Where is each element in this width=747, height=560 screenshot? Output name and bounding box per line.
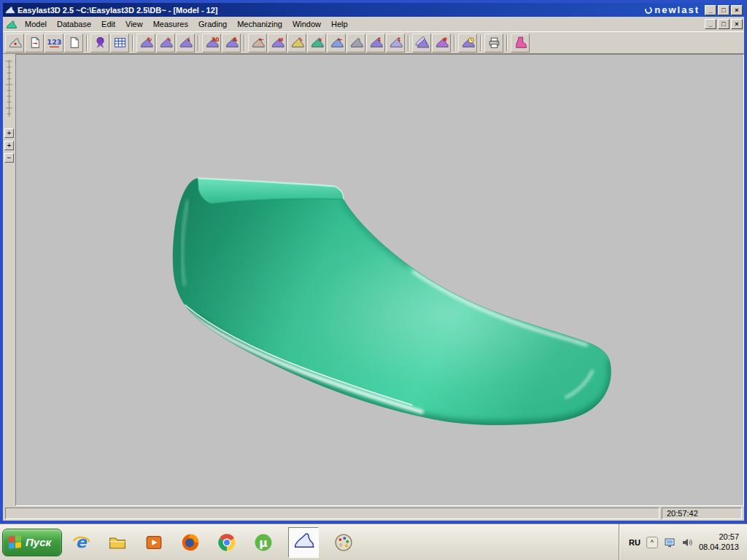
import-model-button[interactable]: → (25, 34, 44, 52)
shoe-last-3d-model[interactable] (16, 55, 743, 505)
menu-window[interactable]: Window (287, 18, 326, 31)
svg-text:←: ← (258, 36, 263, 43)
file-explorer-button[interactable] (106, 531, 129, 554)
last-adjust-icon: ↕ (389, 36, 403, 50)
language-indicator[interactable]: RU (629, 538, 640, 547)
tray-date: 08.04.2013 (699, 542, 739, 553)
toolbar-separator (86, 35, 88, 51)
last-height-button[interactable]: ↕ (366, 34, 385, 52)
svg-text:A: A (233, 36, 238, 43)
compare-lasts-icon (415, 36, 429, 50)
network-icon[interactable] (664, 537, 676, 548)
maximize-button[interactable]: □ (718, 5, 729, 15)
taskbar: Пуск eµ RU ^ 20:57 08.04.2013 (0, 524, 747, 560)
zoom-slider[interactable] (5, 58, 13, 118)
mdi-minimize-button[interactable]: _ (705, 19, 716, 29)
menu-view[interactable]: View (120, 18, 148, 31)
app-icon (4, 4, 15, 15)
internet-explorer-button[interactable]: e (69, 531, 93, 554)
last-lower-button[interactable]: ↓ (176, 34, 195, 52)
svg-text:✎: ✎ (298, 36, 303, 43)
last-remove-button[interactable]: × (307, 34, 326, 52)
last-info-button[interactable] (511, 34, 530, 52)
svg-text:↕: ↕ (376, 36, 382, 43)
last-shift-button[interactable]: ← (327, 34, 346, 52)
zoom-in-2-button[interactable]: + (4, 141, 14, 150)
menu-help[interactable]: Help (326, 18, 353, 31)
foot-measure-button[interactable]: ← (248, 34, 267, 52)
mdi-close-button[interactable]: × (731, 19, 743, 29)
easylast-app-button[interactable] (288, 527, 319, 558)
svg-text:×: × (317, 36, 322, 43)
paint-palette-icon (334, 533, 353, 552)
zoom-in-1-button[interactable]: + (4, 128, 14, 138)
menu-grading[interactable]: Grading (193, 18, 232, 31)
menu-model[interactable]: Model (20, 18, 52, 31)
compass-measure-button[interactable]: A (222, 34, 241, 52)
last-edit-button[interactable]: ✎ (156, 34, 175, 52)
last-net-icon: # (435, 36, 449, 50)
newlast-logo: newlast (645, 4, 703, 15)
firefox-button[interactable] (179, 531, 202, 554)
newlast-brand-text: newlast (654, 4, 700, 15)
paint-palette-button[interactable] (332, 531, 355, 554)
last-top-view-button[interactable] (5, 34, 24, 52)
last-stretch-button[interactable]: ⇄ (268, 34, 287, 52)
status-bar: 20:57:42 (3, 506, 744, 521)
export-page-button[interactable] (64, 34, 83, 52)
svg-text:↓: ↓ (186, 36, 191, 43)
chrome-icon (217, 533, 236, 552)
svg-text:↕: ↕ (396, 36, 401, 43)
tray-chevron-button[interactable]: ^ (646, 537, 658, 548)
last-mark-button[interactable]: ✎ (287, 34, 306, 52)
last-stretch-icon: ⇄ (271, 36, 285, 50)
zoom-out-button[interactable]: − (4, 153, 14, 163)
last-zoom-time-button[interactable] (458, 34, 477, 52)
title-bar[interactable]: Easylast3D 2.5 ~C:\Easylast3D 2.5\DB~ - … (3, 3, 744, 17)
print-button[interactable] (484, 34, 503, 52)
mdi-restore-button[interactable]: □ (718, 19, 729, 29)
last-copy-icon (349, 36, 363, 50)
toolbar-separator (506, 35, 508, 51)
last-rotate-button[interactable]: ↻ (136, 34, 155, 52)
media-player-button[interactable] (142, 531, 166, 554)
size-table-button[interactable] (110, 34, 129, 52)
model-canvas[interactable] (15, 54, 744, 506)
toolbar-separator (198, 35, 199, 51)
svg-text:✎: ✎ (166, 36, 171, 43)
tray-clock[interactable]: 20:57 08.04.2013 (699, 532, 739, 553)
compare-lasts-button[interactable] (412, 34, 431, 52)
last-remove-icon: × (310, 36, 324, 50)
angle-30-button[interactable]: 30 (202, 34, 221, 52)
close-button[interactable]: × (731, 5, 743, 15)
newlast-ring-icon (644, 5, 654, 15)
last-copy-button[interactable] (347, 34, 365, 52)
start-button[interactable]: Пуск (2, 529, 62, 556)
menu-mechanizing[interactable]: Mechanizing (232, 18, 287, 31)
utorrent-button[interactable]: µ (252, 531, 275, 554)
volume-icon[interactable] (681, 537, 693, 548)
last-mark-icon: ✎ (290, 36, 304, 50)
wizard-button[interactable] (90, 34, 109, 52)
last-net-button[interactable]: # (432, 34, 451, 52)
measurement-digits-button[interactable]: 123 (44, 34, 63, 52)
menu-measures[interactable]: Measures (148, 18, 193, 31)
toolbar: →123↻✎↓30A←⇄✎×←↕↕# (3, 31, 744, 54)
menu-database[interactable]: Database (52, 18, 96, 31)
export-page-icon (67, 36, 81, 50)
menu-edit[interactable]: Edit (96, 18, 120, 31)
svg-text:µ: µ (259, 536, 267, 549)
last-edit-icon: ✎ (159, 36, 173, 50)
menu-items: ModelDatabaseEditViewMeasuresGradingMech… (20, 18, 705, 31)
menu-bar: ModelDatabaseEditViewMeasuresGradingMech… (3, 17, 744, 31)
toolbar-separator (408, 35, 409, 51)
compass-measure-icon: A (225, 36, 239, 50)
wizard-icon (93, 36, 107, 50)
minimize-button[interactable]: _ (705, 5, 716, 15)
quick-launch-bar: eµ (69, 527, 355, 558)
foot-measure-icon: ← (251, 36, 265, 50)
file-explorer-icon (108, 533, 127, 552)
last-adjust-button[interactable]: ↕ (386, 34, 405, 52)
chrome-button[interactable] (215, 531, 239, 554)
last-height-icon: ↕ (369, 36, 383, 50)
